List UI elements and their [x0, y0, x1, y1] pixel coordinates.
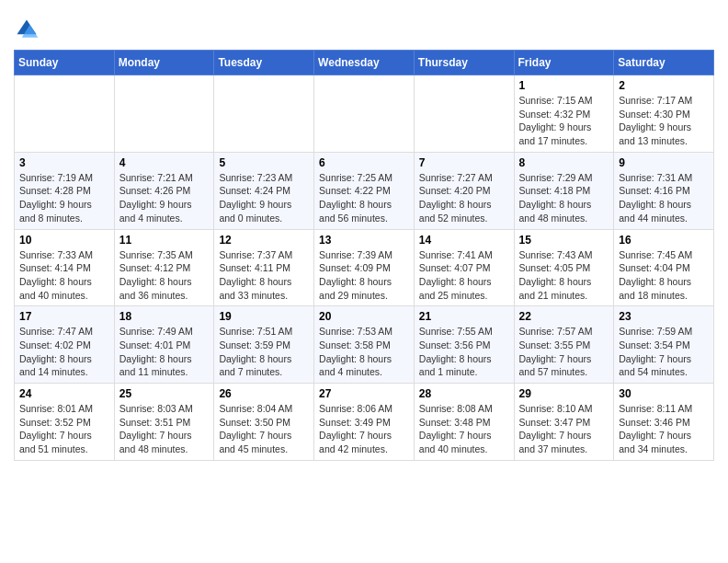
calendar-day-cell: 8Sunrise: 7:29 AM Sunset: 4:18 PM Daylig… — [514, 152, 614, 229]
weekday-header-cell: Tuesday — [214, 51, 314, 75]
day-info: Sunrise: 7:15 AM Sunset: 4:32 PM Dayligh… — [519, 94, 609, 148]
calendar-day-cell — [114, 75, 214, 153]
day-info: Sunrise: 7:21 AM Sunset: 4:26 PM Dayligh… — [119, 171, 210, 225]
day-info: Sunrise: 8:01 AM Sunset: 3:52 PM Dayligh… — [19, 402, 109, 456]
day-number: 12 — [219, 234, 309, 247]
calendar-day-cell: 28Sunrise: 8:08 AM Sunset: 3:48 PM Dayli… — [414, 384, 514, 461]
day-number: 4 — [119, 156, 210, 169]
day-number: 27 — [319, 387, 409, 400]
day-number: 22 — [519, 310, 609, 323]
logo — [14, 17, 43, 42]
day-info: Sunrise: 7:25 AM Sunset: 4:22 PM Dayligh… — [319, 171, 409, 225]
calendar-day-cell: 25Sunrise: 8:03 AM Sunset: 3:51 PM Dayli… — [114, 384, 214, 461]
weekday-header-cell: Saturday — [614, 51, 714, 75]
calendar-day-cell: 22Sunrise: 7:57 AM Sunset: 3:55 PM Dayli… — [514, 306, 614, 384]
calendar-day-cell: 29Sunrise: 8:10 AM Sunset: 3:47 PM Dayli… — [514, 384, 614, 461]
day-number: 19 — [219, 310, 309, 323]
calendar-day-cell: 17Sunrise: 7:47 AM Sunset: 4:02 PM Dayli… — [15, 306, 115, 384]
day-info: Sunrise: 8:08 AM Sunset: 3:48 PM Dayligh… — [419, 402, 509, 456]
calendar-day-cell: 4Sunrise: 7:21 AM Sunset: 4:26 PM Daylig… — [114, 152, 214, 229]
calendar-day-cell: 16Sunrise: 7:45 AM Sunset: 4:04 PM Dayli… — [614, 229, 714, 306]
calendar-day-cell: 1Sunrise: 7:15 AM Sunset: 4:32 PM Daylig… — [514, 75, 614, 153]
day-info: Sunrise: 7:55 AM Sunset: 3:56 PM Dayligh… — [419, 325, 509, 379]
calendar-day-cell: 13Sunrise: 7:39 AM Sunset: 4:09 PM Dayli… — [314, 229, 415, 306]
calendar-day-cell: 23Sunrise: 7:59 AM Sunset: 3:54 PM Dayli… — [614, 306, 714, 384]
day-number: 3 — [19, 156, 109, 169]
day-number: 16 — [619, 234, 709, 247]
calendar-day-cell: 26Sunrise: 8:04 AM Sunset: 3:50 PM Dayli… — [214, 384, 314, 461]
calendar-day-cell: 5Sunrise: 7:23 AM Sunset: 4:24 PM Daylig… — [214, 152, 314, 229]
calendar-day-cell: 12Sunrise: 7:37 AM Sunset: 4:11 PM Dayli… — [214, 229, 314, 306]
day-info: Sunrise: 7:35 AM Sunset: 4:12 PM Dayligh… — [119, 248, 210, 303]
day-number: 13 — [319, 234, 409, 247]
calendar-day-cell: 30Sunrise: 8:11 AM Sunset: 3:46 PM Dayli… — [614, 384, 714, 461]
day-info: Sunrise: 7:57 AM Sunset: 3:55 PM Dayligh… — [519, 325, 609, 379]
weekday-header-cell: Thursday — [414, 51, 514, 75]
day-number: 9 — [619, 156, 709, 169]
calendar-day-cell: 7Sunrise: 7:27 AM Sunset: 4:20 PM Daylig… — [414, 152, 514, 229]
calendar-day-cell: 19Sunrise: 7:51 AM Sunset: 3:59 PM Dayli… — [214, 306, 314, 384]
calendar-day-cell: 2Sunrise: 7:17 AM Sunset: 4:30 PM Daylig… — [614, 75, 714, 153]
day-info: Sunrise: 7:29 AM Sunset: 4:18 PM Dayligh… — [519, 171, 609, 225]
day-info: Sunrise: 7:23 AM Sunset: 4:24 PM Dayligh… — [219, 171, 309, 225]
day-info: Sunrise: 7:19 AM Sunset: 4:28 PM Dayligh… — [19, 171, 109, 225]
calendar-week-row: 24Sunrise: 8:01 AM Sunset: 3:52 PM Dayli… — [15, 384, 714, 461]
weekday-header: SundayMondayTuesdayWednesdayThursdayFrid… — [15, 51, 714, 75]
day-info: Sunrise: 8:04 AM Sunset: 3:50 PM Dayligh… — [219, 402, 309, 456]
calendar-day-cell: 10Sunrise: 7:33 AM Sunset: 4:14 PM Dayli… — [15, 229, 115, 306]
day-number: 6 — [319, 156, 409, 169]
calendar-day-cell: 20Sunrise: 7:53 AM Sunset: 3:58 PM Dayli… — [314, 306, 415, 384]
day-number: 15 — [519, 234, 609, 247]
day-info: Sunrise: 7:47 AM Sunset: 4:02 PM Dayligh… — [19, 325, 109, 379]
day-number: 17 — [19, 310, 109, 323]
calendar-week-row: 1Sunrise: 7:15 AM Sunset: 4:32 PM Daylig… — [15, 75, 714, 153]
day-number: 5 — [219, 156, 309, 169]
day-number: 18 — [119, 310, 210, 323]
day-number: 14 — [419, 234, 509, 247]
day-info: Sunrise: 7:41 AM Sunset: 4:07 PM Dayligh… — [419, 248, 509, 303]
day-number: 8 — [519, 156, 609, 169]
weekday-header-cell: Sunday — [15, 51, 115, 75]
day-number: 10 — [19, 234, 109, 247]
day-info: Sunrise: 7:53 AM Sunset: 3:58 PM Dayligh… — [319, 325, 409, 379]
day-info: Sunrise: 8:06 AM Sunset: 3:49 PM Dayligh… — [319, 402, 409, 456]
day-number: 23 — [619, 310, 709, 323]
day-number: 2 — [619, 79, 709, 92]
day-number: 21 — [419, 310, 509, 323]
day-number: 26 — [219, 387, 309, 400]
calendar-table: SundayMondayTuesdayWednesdayThursdayFrid… — [14, 50, 714, 461]
calendar-day-cell: 11Sunrise: 7:35 AM Sunset: 4:12 PM Dayli… — [114, 229, 214, 306]
calendar-day-cell: 6Sunrise: 7:25 AM Sunset: 4:22 PM Daylig… — [314, 152, 415, 229]
day-info: Sunrise: 7:33 AM Sunset: 4:14 PM Dayligh… — [19, 248, 109, 303]
logo-icon — [14, 17, 40, 42]
day-number: 1 — [519, 79, 609, 92]
calendar-day-cell — [414, 75, 514, 153]
day-info: Sunrise: 7:39 AM Sunset: 4:09 PM Dayligh… — [319, 248, 409, 303]
day-number: 28 — [419, 387, 509, 400]
calendar-day-cell: 18Sunrise: 7:49 AM Sunset: 4:01 PM Dayli… — [114, 306, 214, 384]
day-number: 7 — [419, 156, 509, 169]
calendar-week-row: 17Sunrise: 7:47 AM Sunset: 4:02 PM Dayli… — [15, 306, 714, 384]
calendar-day-cell: 15Sunrise: 7:43 AM Sunset: 4:05 PM Dayli… — [514, 229, 614, 306]
calendar-day-cell — [15, 75, 115, 153]
day-info: Sunrise: 8:11 AM Sunset: 3:46 PM Dayligh… — [619, 402, 709, 456]
calendar-day-cell: 21Sunrise: 7:55 AM Sunset: 3:56 PM Dayli… — [414, 306, 514, 384]
day-info: Sunrise: 7:51 AM Sunset: 3:59 PM Dayligh… — [219, 325, 309, 379]
day-number: 24 — [19, 387, 109, 400]
day-info: Sunrise: 7:45 AM Sunset: 4:04 PM Dayligh… — [619, 248, 709, 303]
weekday-header-cell: Wednesday — [314, 51, 415, 75]
day-info: Sunrise: 8:10 AM Sunset: 3:47 PM Dayligh… — [519, 402, 609, 456]
day-number: 11 — [119, 234, 210, 247]
day-number: 20 — [319, 310, 409, 323]
day-info: Sunrise: 7:59 AM Sunset: 3:54 PM Dayligh… — [619, 325, 709, 379]
calendar-day-cell: 3Sunrise: 7:19 AM Sunset: 4:28 PM Daylig… — [15, 152, 115, 229]
calendar-body: 1Sunrise: 7:15 AM Sunset: 4:32 PM Daylig… — [15, 75, 714, 461]
calendar-day-cell: 9Sunrise: 7:31 AM Sunset: 4:16 PM Daylig… — [614, 152, 714, 229]
day-info: Sunrise: 7:49 AM Sunset: 4:01 PM Dayligh… — [119, 325, 210, 379]
calendar-day-cell: 14Sunrise: 7:41 AM Sunset: 4:07 PM Dayli… — [414, 229, 514, 306]
day-info: Sunrise: 8:03 AM Sunset: 3:51 PM Dayligh… — [119, 402, 210, 456]
day-number: 29 — [519, 387, 609, 400]
day-info: Sunrise: 7:17 AM Sunset: 4:30 PM Dayligh… — [619, 94, 709, 148]
day-info: Sunrise: 7:27 AM Sunset: 4:20 PM Dayligh… — [419, 171, 509, 225]
day-info: Sunrise: 7:31 AM Sunset: 4:16 PM Dayligh… — [619, 171, 709, 225]
